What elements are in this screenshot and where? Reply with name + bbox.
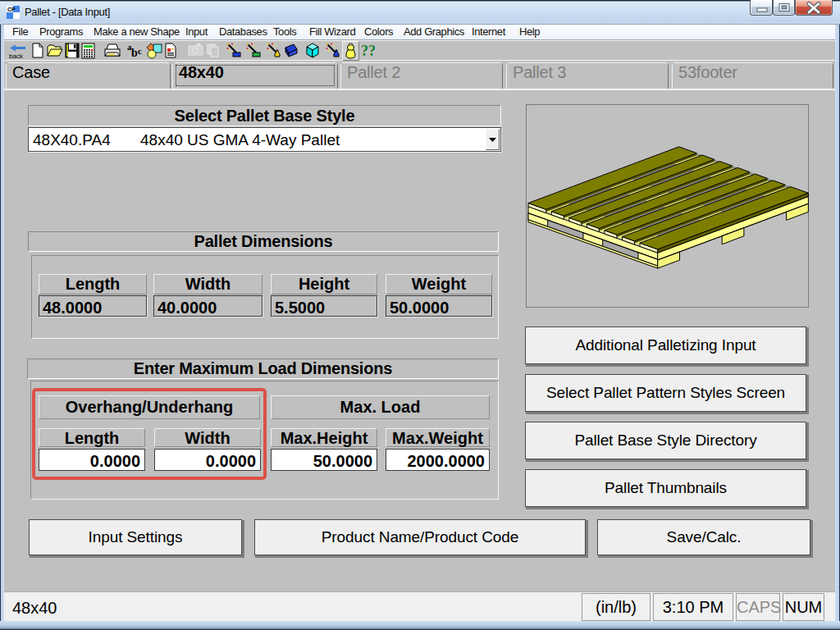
svg-text:??: ??: [361, 43, 376, 59]
svg-text:back: back: [9, 52, 24, 60]
svg-text:CP: CP: [7, 7, 16, 12]
svg-text:c: c: [138, 46, 142, 56]
svg-text:b: b: [131, 47, 138, 59]
